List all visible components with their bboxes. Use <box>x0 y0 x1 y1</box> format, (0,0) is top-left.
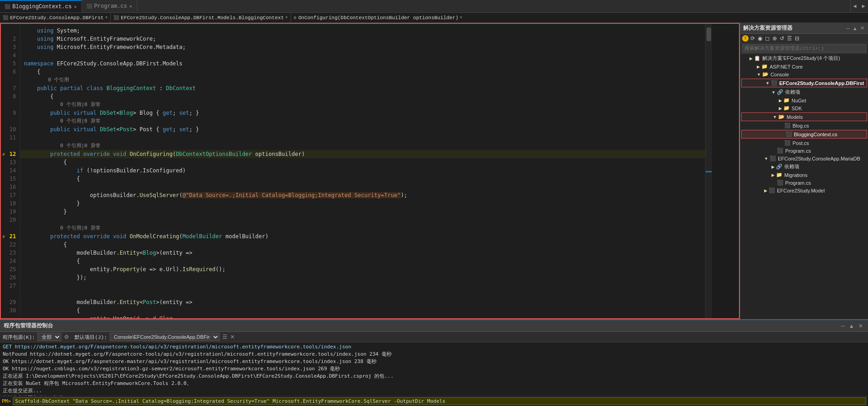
se-aspnet-core[interactable]: ▶ 📁 ASP.NET Core <box>740 63 868 70</box>
tab-scroll-right[interactable]: ▶ <box>859 0 868 12</box>
se-toolbar-btn-6[interactable]: ☰ <box>786 35 793 42</box>
code-line: entity.HasOne(d => d.Blog <box>20 315 705 318</box>
pmc-source-select[interactable]: 全部 <box>38 333 61 341</box>
pmc-settings-btn[interactable]: ⚙ <box>64 334 69 340</box>
dbfirst-project-icon: ⬛ <box>771 80 777 86</box>
se-toolbar-btn-3[interactable]: ◻ <box>764 35 771 42</box>
se-mariadb[interactable]: ▼ ⬛ EFCore2Study.ConsoleApp.MariaDB <box>740 155 868 162</box>
se-models[interactable]: ▼ 📂 Models <box>741 112 867 121</box>
pmc-line-4: OK https://nuget.cnblogs.com/v3/registra… <box>3 365 865 373</box>
se-search-input[interactable] <box>742 44 866 53</box>
blog-cs-label: Blog.cs <box>793 123 809 128</box>
se-program-cs-dbfirst[interactable]: ⬛ Program.cs <box>740 147 868 155</box>
se-blog-cs[interactable]: ⬛ Blog.cs <box>740 122 868 129</box>
pmc-float[interactable]: ▲ <box>847 323 856 329</box>
model-label: EFCore2Study.Model <box>777 188 825 193</box>
ref-count-line: 0 个引用|0 异常 <box>20 117 705 125</box>
pmc-project-select[interactable]: Console\EFCore2Study.ConsoleApp.DBFirst <box>110 333 220 341</box>
code-line: { <box>20 240 705 249</box>
pmc-minimize[interactable]: ─ <box>840 323 846 329</box>
se-dbfirst[interactable]: ▼ ⬛ EFCore2Study.ConsoleApp.DBFirst <box>741 79 867 87</box>
pmc-close[interactable]: ✕ <box>857 323 864 329</box>
se-program-cs-mariadb[interactable]: ⬛ Program.cs <box>740 179 868 187</box>
code-line: if (!optionsBuilder.IsConfigured) <box>20 166 705 175</box>
warn-badge: ! <box>742 35 749 42</box>
code-line <box>20 216 705 224</box>
se-console[interactable]: ▼ 📂 Console <box>740 70 868 78</box>
se-float-btn[interactable]: ▲ <box>852 25 858 31</box>
code-line: using System; <box>20 27 705 35</box>
se-toolbar-btn-2[interactable]: ◉ <box>757 35 763 42</box>
se-nuget[interactable]: ▶ 📁 NuGet <box>740 96 868 104</box>
se-sdk[interactable]: ▶ 📁 SDK <box>740 104 868 112</box>
se-toolbar-btn-5[interactable]: ↺ <box>779 35 785 42</box>
code-line: }); <box>20 273 705 282</box>
cs-file-icon: ⬛ <box>5 4 10 10</box>
se-mariadb-deps[interactable]: ▶ 🔗 依赖项 <box>740 162 868 171</box>
se-close-btn[interactable]: ✕ <box>859 25 865 31</box>
code-line: modelBuilder.Entity<Blog>(entity => <box>20 249 705 257</box>
se-toolbar-btn-7[interactable]: ⊟ <box>794 35 800 42</box>
breadcrumb-dropdown-2[interactable]: ▼ <box>286 16 288 20</box>
code-line: optionsBuilder.UseSqlServer(@"Data Sourc… <box>20 191 705 199</box>
tab-program-cs[interactable]: ⬛ Program.cs ✕ <box>82 0 137 12</box>
pmc-default-label: 默认项目(J): <box>75 334 107 341</box>
pmc-source-label: 程序包源(K): <box>3 334 35 341</box>
solution-label: 解决方案'EFCore2Study'(4 个项目) <box>762 55 840 62</box>
code-content[interactable]: using System; using Microsoft.EntityFram… <box>20 24 705 318</box>
code-line <box>20 51 705 59</box>
pmc-command-display[interactable]: Scaffold-DbContext "Data Source=.;Initia… <box>13 397 866 405</box>
se-minimize-btn[interactable]: ─ <box>845 25 851 31</box>
tab-blogging-context[interactable]: ⬛ BloggingContext.cs ✕ <box>0 0 82 12</box>
code-line-warning: #warning To protect potentially sensitiv… <box>20 183 705 191</box>
program-cs-label-1: Program.cs <box>785 148 811 154</box>
breadcrumb-nav-icon: ⚙ <box>294 15 297 21</box>
models-label: Models <box>787 114 803 120</box>
breadcrumb-left[interactable]: ⬛ EFCore2Study.ConsoleApp.DBFirst ▼ <box>0 13 111 22</box>
aspnet-label: ASP.NET Core <box>770 64 803 69</box>
se-blogging-context-cs[interactable]: ⬛ BloggingContext.cs <box>741 130 867 139</box>
tab-close-blogging[interactable]: ✕ <box>74 4 77 10</box>
tab-scroll-left[interactable]: ◀ <box>850 0 859 12</box>
cs-file-icon-2: ⬛ <box>86 4 92 9</box>
code-line: using Microsoft.EntityFrameworkCore; <box>20 35 705 43</box>
breadcrumb-mid[interactable]: ⬛ EFCore2Study.ConsoleApp.DBFirst.Models… <box>111 13 291 22</box>
se-toolbar-btn-1[interactable]: ⟳ <box>749 35 756 42</box>
se-dependencies[interactable]: ▼ 🔗 依赖项 <box>740 88 868 96</box>
deps-icon: 🔗 <box>777 89 783 95</box>
mariadb-label: EFCore2Study.ConsoleApp.MariaDB <box>778 156 860 161</box>
pmc-line-6: 正在安装 NuGet 程序包 Microsoft.EntityFramework… <box>3 380 865 387</box>
code-line: } <box>20 208 705 216</box>
breadcrumb-dropdown-3[interactable]: ▼ <box>460 16 462 20</box>
ref-count-line: 0 个引用|0 异常 <box>20 142 705 150</box>
breadcrumb-dropdown-1[interactable]: ▼ <box>105 16 108 20</box>
code-line <box>20 290 705 298</box>
console-folder-icon: 📂 <box>762 71 769 77</box>
se-post-cs[interactable]: ⬛ Post.cs <box>740 139 868 147</box>
se-solution-root[interactable]: ▶ 📋 解决方案'EFCore2Study'(4 个项目) <box>740 54 868 63</box>
code-line: protected override void OnModelCreating(… <box>20 232 705 240</box>
code-line: namespace EFCore2Study.ConsoleApp.DBFirs… <box>20 59 705 68</box>
breakpoint-indicator-21: ⚡ <box>2 233 5 241</box>
pmc-menu-btn[interactable]: ☰ <box>222 334 227 340</box>
sdk-label: SDK <box>792 106 802 111</box>
pmc-title: 程序包管理器控制台 <box>4 322 53 330</box>
program-cs-icon-2: ⬛ <box>777 180 783 186</box>
tab-close-program[interactable]: ✕ <box>129 4 132 9</box>
pmc-line-1: GET https://dotnet.myget.org/F/aspnetcor… <box>3 343 865 351</box>
pmc-close-pane-btn[interactable]: ✕ <box>230 334 235 340</box>
nuget-icon: 📁 <box>783 97 790 103</box>
se-toolbar-btn-4[interactable]: ⊕ <box>771 35 778 42</box>
line-numbers: 2 3 4 5 6 7 8 9 10 11 ⚡ 12 13 14 15 16 1… <box>1 24 20 318</box>
model-icon: ⬛ <box>769 187 775 193</box>
mariadb-deps-icon: 🔗 <box>776 164 782 170</box>
console-label: Console <box>771 72 789 77</box>
code-editor: 2 3 4 5 6 7 8 9 10 11 ⚡ 12 13 14 15 16 1… <box>0 23 740 319</box>
ref-count-line: 0 个引用|0 异常 <box>20 224 705 232</box>
se-migrations[interactable]: ▶ 📁 Migrations <box>740 171 868 179</box>
code-line <box>20 282 705 290</box>
editor-scrollbar[interactable] <box>705 24 712 318</box>
pmc-line-2: NotFound https://dotnet.myget.org/F/aspn… <box>3 351 865 358</box>
se-model[interactable]: ▶ ⬛ EFCore2Study.Model <box>740 187 868 194</box>
breadcrumb-right[interactable]: ⚙ OnConfiguring(DbContextOptionsBuilder … <box>291 13 465 22</box>
